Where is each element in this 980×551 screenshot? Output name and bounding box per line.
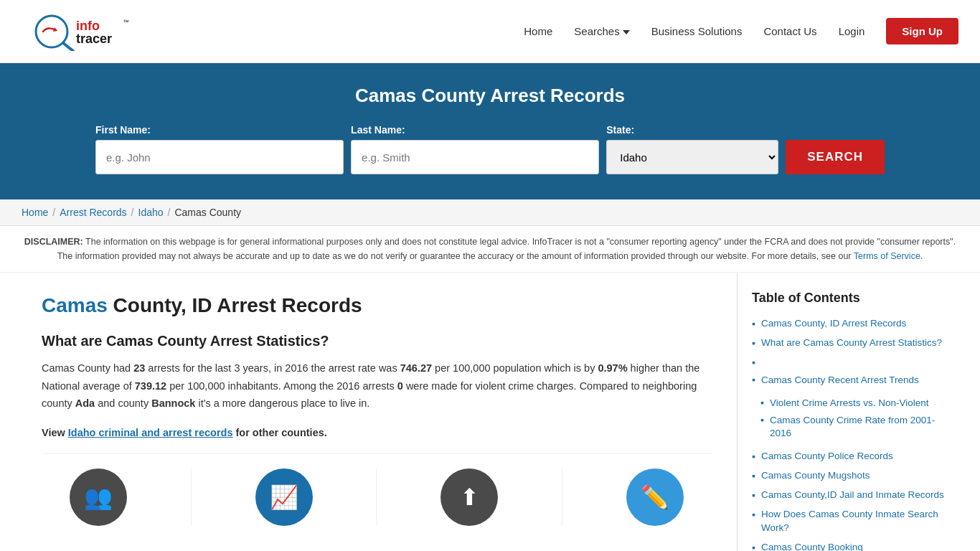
icon-divider-2 xyxy=(376,468,377,526)
search-form: First Name: Last Name: State: Alabama Al… xyxy=(95,124,885,174)
breadcrumb: Home / Arrest Records / Idaho / Camas Co… xyxy=(22,207,958,218)
toc-link-4[interactable]: Camas County Police Records xyxy=(761,450,893,463)
breadcrumb-arrest-records[interactable]: Arrest Records xyxy=(60,207,126,218)
breadcrumb-idaho[interactable]: Idaho xyxy=(138,207,164,218)
svg-text:info: info xyxy=(76,19,100,33)
stats-arrests: 23 xyxy=(133,362,145,374)
breadcrumb-sep-3: / xyxy=(168,207,171,218)
stats-percent: 0.97% xyxy=(598,362,627,374)
icon-item-4: ✏️ xyxy=(626,468,684,526)
toc-item-7: How Does Camas County Inmate Search Work… xyxy=(752,508,949,535)
breadcrumb-sep-1: / xyxy=(52,207,55,218)
toc-link-1[interactable]: Camas County, ID Arrest Records xyxy=(761,317,906,331)
stats-text-8: it's a more dangerous place to live in. xyxy=(195,397,369,409)
state-group: State: Alabama Alaska Arizona Arkansas C… xyxy=(606,124,778,174)
signup-button[interactable]: Sign Up xyxy=(886,18,958,44)
scroll-up-icon: ⬆ xyxy=(440,468,498,526)
heading-highlight: Camas xyxy=(42,294,108,316)
nav-home[interactable]: Home xyxy=(524,25,552,37)
breadcrumb-bar: Home / Arrest Records / Idaho / Camas Co… xyxy=(0,199,980,226)
view-paragraph: View Idaho criminal and arrest records f… xyxy=(42,424,712,442)
breadcrumb-home[interactable]: Home xyxy=(22,207,48,218)
toc-item-3: ▪ Camas County Recent Arrest Trends Viol… xyxy=(752,356,949,445)
toc-link-3[interactable]: Camas County Recent Arrest Trends xyxy=(761,374,919,387)
stats-national: 739.12 xyxy=(135,380,166,392)
last-name-input[interactable] xyxy=(351,140,599,174)
icon-divider-3 xyxy=(562,468,562,526)
toc-link-2[interactable]: What are Camas County Arrest Statistics? xyxy=(761,336,942,350)
toc-link-6[interactable]: Camas County,ID Jail and Inmate Records xyxy=(761,489,944,502)
disclaimer-text: The information on this webpage is for g… xyxy=(57,237,956,261)
hero-title: Camas County Arrest Records xyxy=(14,85,966,107)
last-name-group: Last Name: xyxy=(351,124,599,174)
site-header: info tracer ™ Home Searches Business Sol… xyxy=(0,0,980,63)
toc-item-5: Camas County Mugshots xyxy=(752,469,949,483)
breadcrumb-sep-2: / xyxy=(131,207,134,218)
toc-link-7[interactable]: How Does Camas County Inmate Search Work… xyxy=(761,508,949,535)
disclaimer-bar: DISCLAIMER: The information on this webp… xyxy=(0,226,980,273)
toc-list: Camas County, ID Arrest Records What are… xyxy=(752,317,949,551)
pencil-icon: ✏️ xyxy=(626,468,684,526)
nav-business-solutions[interactable]: Business Solutions xyxy=(651,25,743,37)
toc-sub-item-3-2: Camas County Crime Rate from 2001-2016 xyxy=(760,414,949,441)
state-label: State: xyxy=(606,124,778,136)
toc-sub-link-3-2[interactable]: Camas County Crime Rate from 2001-2016 xyxy=(770,414,949,441)
toc-item-6: Camas County,ID Jail and Inmate Records xyxy=(752,489,949,502)
icon-item-1: 👥 xyxy=(70,468,127,526)
stats-paragraph: Camas County had 23 arrests for the last… xyxy=(42,359,712,413)
icon-strip: 👥 📈 ⬆ ✏️ xyxy=(42,453,712,526)
stats-heading: What are Camas County Arrest Statistics? xyxy=(42,333,712,349)
toc-item-4: Camas County Police Records xyxy=(752,450,949,463)
chevron-down-icon xyxy=(623,30,630,34)
stats-rate: 746.27 xyxy=(400,362,432,374)
main-nav: Home Searches Business Solutions Contact… xyxy=(524,18,958,44)
toc-item-1: Camas County, ID Arrest Records xyxy=(752,317,949,331)
last-name-label: Last Name: xyxy=(351,124,599,136)
stats-text-2: arrests for the last 3 years, in 2016 th… xyxy=(145,362,400,374)
stats-text-5: per 100,000 inhabitants. Among the 2016 … xyxy=(166,380,397,392)
stats-text-1: Camas County had xyxy=(42,362,133,374)
svg-text:tracer: tracer xyxy=(76,32,112,46)
first-name-input[interactable] xyxy=(95,140,344,174)
toc-sub-link-3-1[interactable]: Violent Crime Arrests vs. Non-Violent xyxy=(770,397,929,410)
stats-text-7: and county xyxy=(95,397,151,409)
nav-contact-us[interactable]: Contact Us xyxy=(763,25,816,37)
tos-link[interactable]: Terms of Service xyxy=(854,251,920,261)
logo[interactable]: info tracer ™ xyxy=(22,11,133,51)
view-text-2: for other counties. xyxy=(232,427,326,438)
logo-svg: info tracer ™ xyxy=(22,11,133,51)
toc-link-8[interactable]: Camas County Booking xyxy=(761,541,863,551)
disclaimer-label: DISCLAIMER: xyxy=(24,237,83,247)
toc-item-2: What are Camas County Arrest Statistics? xyxy=(752,336,949,350)
toc-item-8: Camas County Booking xyxy=(752,541,949,551)
view-link[interactable]: Idaho criminal and arrest records xyxy=(68,427,233,438)
sidebar: Table of Contents Camas County, ID Arres… xyxy=(738,273,967,551)
search-button[interactable]: SEARCH xyxy=(786,140,885,174)
stats-violent: 0 xyxy=(397,380,403,392)
nav-searches[interactable]: Searches xyxy=(574,25,629,37)
stats-county2: Bannock xyxy=(151,397,195,409)
article-content: Camas County, ID Arrest Records What are… xyxy=(13,273,738,551)
breadcrumb-current: Camas County xyxy=(174,207,241,218)
icon-item-3: ⬆ xyxy=(440,468,498,526)
stats-text-3: per 100,000 population which is by xyxy=(432,362,598,374)
main-content: Camas County, ID Arrest Records What are… xyxy=(13,273,967,551)
state-select[interactable]: Alabama Alaska Arizona Arkansas Californ… xyxy=(606,140,778,174)
heading-rest: County, ID Arrest Records xyxy=(108,294,362,316)
view-text-1: View xyxy=(42,427,68,438)
toc-link-5[interactable]: Camas County Mugshots xyxy=(761,469,870,483)
toc-sub-item-3-1: Violent Crime Arrests vs. Non-Violent xyxy=(760,397,949,410)
people-icon: 👥 xyxy=(70,468,127,526)
svg-text:™: ™ xyxy=(123,19,129,26)
first-name-label: First Name: xyxy=(95,124,344,136)
article-heading: Camas County, ID Arrest Records xyxy=(42,294,712,317)
toc-sub-3: Violent Crime Arrests vs. Non-Violent Ca… xyxy=(752,397,949,445)
first-name-group: First Name: xyxy=(95,124,344,174)
icon-divider-1 xyxy=(191,468,192,526)
hero-section: Camas County Arrest Records First Name: … xyxy=(0,63,980,199)
login-button[interactable]: Login xyxy=(839,25,865,37)
icon-item-2: 📈 xyxy=(255,468,313,526)
chart-up-icon: 📈 xyxy=(255,468,313,526)
svg-line-1 xyxy=(63,43,73,51)
toc-title: Table of Contents xyxy=(752,291,949,306)
